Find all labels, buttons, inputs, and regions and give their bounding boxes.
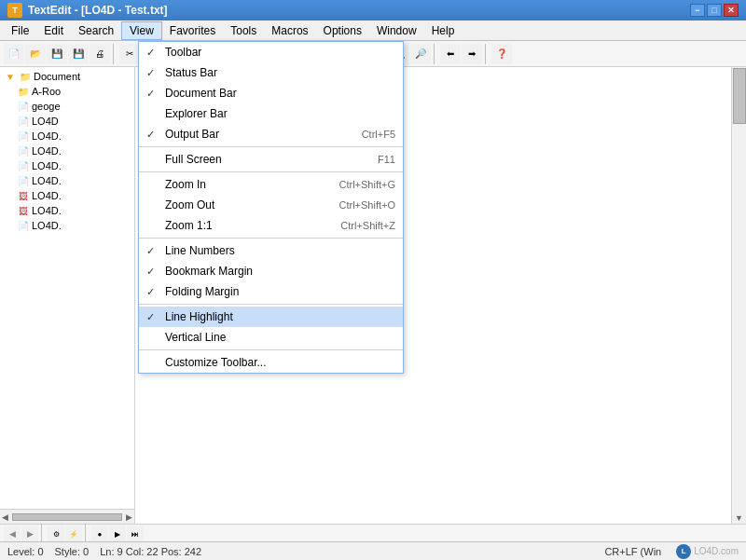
menu-item-linenumbers[interactable]: ✓ Line Numbers <box>139 240 403 261</box>
menu-item-zoom11[interactable]: Zoom 1:1 Ctrl+Shift+Z <box>139 215 403 236</box>
help-btn[interactable]: ❓ <box>491 44 512 64</box>
menu-edit[interactable]: Edit <box>36 21 71 40</box>
menu-item-statusbar[interactable]: ✓ Status Bar <box>139 62 403 83</box>
menu-item-label: Toolbar <box>165 46 201 59</box>
menu-item-bookmarkmargin[interactable]: ✓ Bookmark Margin <box>139 261 403 281</box>
watermark-text: LO4D.com <box>694 546 739 556</box>
separator <box>139 304 403 305</box>
menu-item-label: Folding Margin <box>165 285 239 298</box>
minimize-button[interactable]: − <box>690 4 705 17</box>
editor-scrollbar[interactable]: ▲ ▼ <box>731 67 746 524</box>
new-btn[interactable]: 📄 <box>4 44 24 64</box>
tree-item-lo4d1[interactable]: 📄 LO4D <box>2 114 132 129</box>
check-icon: ✓ <box>146 266 155 278</box>
menu-view[interactable]: View <box>121 21 162 40</box>
scroll-down-arrow[interactable]: ▼ <box>732 512 746 524</box>
tree-item-lo4d4[interactable]: 📄 LO4D. <box>2 158 132 173</box>
file-icon: 📄 <box>17 115 30 128</box>
maximize-button[interactable]: □ <box>707 4 722 17</box>
tb2-skip[interactable]: ⏭ <box>127 526 144 542</box>
check-icon: ✓ <box>146 286 155 298</box>
menu-item-zoomout[interactable]: Zoom Out Ctrl+Shift+O <box>139 195 403 215</box>
menu-item-customizetoolbar[interactable]: Customize Toolbar... <box>139 352 403 373</box>
tree-item-lo4d3[interactable]: 📄 LO4D. <box>2 143 132 158</box>
tree-item-lo4d2[interactable]: 📄 LO4D. <box>2 129 132 143</box>
zoom-out-btn[interactable]: 🔎 <box>410 44 431 64</box>
menu-item-documentbar[interactable]: ✓ Document Bar <box>139 83 403 103</box>
watermark: L LO4D.com <box>676 544 739 559</box>
cut-btn[interactable]: ✂ <box>119 44 140 64</box>
sep7 <box>485 44 489 64</box>
check-icon <box>146 154 149 165</box>
app-icon: T <box>7 3 22 18</box>
check-icon <box>146 179 149 190</box>
tree-item-aroo[interactable]: 📁 A-Roo <box>2 84 132 99</box>
check-icon: ✓ <box>146 88 155 100</box>
separator <box>139 146 403 147</box>
save-btn[interactable]: 💾 <box>47 44 67 64</box>
image-icon: 🖼 <box>17 189 30 202</box>
menu-item-outputbar[interactable]: ✓ Output Bar Ctrl+F5 <box>139 124 403 144</box>
tb2-debug1[interactable]: ⚙ <box>48 526 64 542</box>
check-icon: ✓ <box>146 47 155 59</box>
menu-item-label: Full Screen <box>165 153 222 166</box>
forward-btn[interactable]: ➡ <box>462 44 482 64</box>
menu-search[interactable]: Search <box>71 21 121 40</box>
window-title: TextEdit - [LO4D - Test.txt] <box>28 4 690 17</box>
window-controls: − □ ✕ <box>690 4 739 17</box>
status-level: Level: 0 <box>7 546 44 557</box>
sidebar-scrollbar[interactable]: ◀ ▶ <box>0 509 134 524</box>
menu-item-label: Line Highlight <box>165 310 233 323</box>
tb2-play[interactable]: ▶ <box>109 526 126 542</box>
tree-item-lo4d6[interactable]: 🖼 LO4D. <box>2 188 132 203</box>
save-all-btn[interactable]: 💾 <box>68 44 89 64</box>
file-icon: 📄 <box>17 100 30 113</box>
sidebar: ▼ 📁 Document 📁 A-Roo 📄 geoge 📄 LO4D 📄 LO… <box>0 67 135 524</box>
tree-item-lo4d8[interactable]: 📄 LO4D. <box>2 218 132 233</box>
back-btn[interactable]: ⬅ <box>440 44 461 64</box>
menu-item-fullscreen[interactable]: Full Screen F11 <box>139 149 403 170</box>
status-ln-col: Ln: 9 Col: 22 Pos: 242 <box>100 546 201 557</box>
tb2-debug2[interactable]: ⚡ <box>65 526 82 542</box>
menu-item-zoomin[interactable]: Zoom In Ctrl+Shift+G <box>139 174 403 195</box>
scroll-right-arrow[interactable]: ▶ <box>126 512 132 522</box>
tree-item-lo4d7[interactable]: 🖼 LO4D. <box>2 203 132 218</box>
menu-item-linehighlight[interactable]: ✓ Line Highlight <box>139 307 403 327</box>
tree-label: geoge <box>32 101 61 112</box>
check-icon: ✓ <box>146 129 155 141</box>
menu-tools[interactable]: Tools <box>223 21 264 40</box>
menu-window[interactable]: Window <box>369 21 424 40</box>
open-btn[interactable]: 📂 <box>25 44 46 64</box>
menu-options[interactable]: Options <box>316 21 369 40</box>
menu-file[interactable]: File <box>4 21 36 40</box>
close-button[interactable]: ✕ <box>724 4 739 17</box>
tree-item-document[interactable]: ▼ 📁 Document <box>2 69 132 84</box>
tree-item-lo4d5[interactable]: 📄 LO4D. <box>2 173 132 188</box>
tb2-btn1[interactable]: ◀ <box>4 526 21 542</box>
check-icon <box>146 220 149 231</box>
folder-blue-icon: 📁 <box>17 85 30 98</box>
scroll-left-arrow[interactable]: ◀ <box>2 512 8 522</box>
tree-label: A-Roo <box>32 86 61 97</box>
tb2-dot[interactable]: ● <box>91 526 108 542</box>
scroll-thumb[interactable] <box>12 513 122 521</box>
menu-bar: File Edit Search View Favorites Tools Ma… <box>0 20 746 41</box>
menu-item-verticalline[interactable]: Vertical Line <box>139 327 403 348</box>
file-icon: 📄 <box>17 144 30 157</box>
check-icon <box>146 199 149 211</box>
tb2-btn2[interactable]: ▶ <box>21 526 38 542</box>
file-icon: 📄 <box>17 130 30 143</box>
menu-item-foldingmargin[interactable]: ✓ Folding Margin <box>139 281 403 302</box>
menu-help[interactable]: Help <box>424 21 463 40</box>
print-btn[interactable]: 🖨 <box>90 44 110 64</box>
shortcut-label: F11 <box>378 154 395 165</box>
check-icon <box>146 332 149 343</box>
tree-item-geoge[interactable]: 📄 geoge <box>2 99 132 114</box>
check-icon: ✓ <box>146 311 155 323</box>
menu-item-explorerbar[interactable]: Explorer Bar <box>139 103 403 124</box>
menu-macros[interactable]: Macros <box>264 21 315 40</box>
scrollbar-thumb[interactable] <box>733 68 746 124</box>
menu-item-toolbar[interactable]: ✓ Toolbar <box>139 42 403 62</box>
menu-favorites[interactable]: Favorites <box>162 21 223 40</box>
view-menu-dropdown: ✓ Toolbar ✓ Status Bar ✓ Document Bar Ex… <box>138 41 404 374</box>
